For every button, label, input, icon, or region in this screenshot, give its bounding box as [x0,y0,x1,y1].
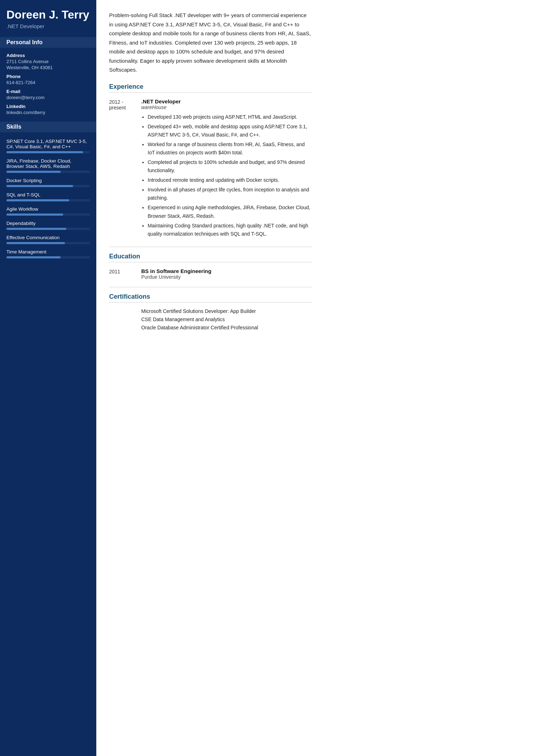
education-item: 2011 BS in Software Engineering Purdue U… [109,268,312,280]
skill-bar-bg [6,256,90,258]
skill-bar-fill [6,185,73,187]
phone-label: Phone [6,74,90,79]
skills-section-title: Skills [0,122,96,132]
experience-item: 2012 - present .NET Developer wareHouse … [109,98,312,240]
edu-degree: BS in Software Engineering [141,268,212,274]
cert-item: CSE Data Management and Analytics [141,317,312,322]
exp-job-title: .NET Developer [141,98,312,104]
bullet-item: Completed all projects to 100% schedule … [148,158,312,175]
skill-bar-fill [6,214,63,216]
skill-bar-bg [6,242,90,244]
skill-bar-fill [6,151,83,153]
skill-item: SP.NET Core 3.1, ASP.NET MVC 3-5, C#, Vi… [6,139,90,153]
skill-name: Agile Workflow [6,206,90,212]
certifications-section: Microsoft Certified Solutions Developer:… [109,308,312,330]
contact-block: Address 2711 Collins Avenue Westerville,… [6,53,90,115]
edu-date: 2011 [109,268,141,280]
exp-content: .NET Developer wareHouse Developed 130 w… [141,98,312,240]
personal-info-section-title: Personal Info [0,37,96,48]
skill-bar-fill [6,171,61,173]
certifications-list: Microsoft Certified Solutions Developer:… [109,308,312,330]
address-label: Address [6,53,90,58]
bullet-item: Developed 130 web projects using ASP.NET… [148,113,312,121]
exp-company: wareHouse [141,104,312,110]
skill-bar-bg [6,171,90,173]
skill-name: Docker Scripting [6,178,90,183]
exp-date: 2012 - present [109,98,141,240]
linkedin-value: linkedin.com/dterry [6,110,90,115]
skill-name: Time Management [6,249,90,254]
skill-name: Dependability [6,221,90,226]
edu-school: Purdue University [141,274,212,280]
bullet-item: Introduced remote testing and updating w… [148,176,312,184]
bullet-item: Experienced in using Agile methodologies… [148,204,312,220]
address-line1: 2711 Collins Avenue [6,59,90,64]
skill-bar-fill [6,242,65,244]
skill-bar-bg [6,214,90,216]
bullet-item: Developed 43+ web, mobile and desktop ap… [148,123,312,139]
skill-item: SQL and T-SQL [6,192,90,201]
skill-item: Time Management [6,249,90,258]
email-label: E-mail [6,89,90,94]
cert-item: Oracle Database Administrator Certified … [141,325,312,330]
skill-name: SP.NET Core 3.1, ASP.NET MVC 3-5, C#, Vi… [6,139,90,149]
sidebar: Doreen J. Terry .NET Developer Personal … [0,0,96,756]
skill-item: Effective Communication [6,235,90,244]
education-section: 2011 BS in Software Engineering Purdue U… [109,268,312,280]
skill-item: JIRA, Firebase, Docker Cloud, Browser St… [6,158,90,173]
skill-bar-fill [6,228,66,230]
linkedin-label: LinkedIn [6,104,90,109]
phone-value: 614-821-7264 [6,80,90,85]
email-value: doreen@terry.com [6,95,90,100]
education-section-title: Education [109,253,312,262]
bullet-item: Involved in all phases of project life c… [148,186,312,202]
skill-bar-bg [6,228,90,230]
experience-section-title: Experience [109,83,312,93]
candidate-title: .NET Developer [6,23,90,29]
skill-name: JIRA, Firebase, Docker Cloud, Browser St… [6,158,90,169]
skill-name: Effective Communication [6,235,90,240]
cert-item: Microsoft Certified Solutions Developer:… [141,308,312,314]
address-line2: Westerville, OH 43081 [6,65,90,70]
skill-item: Agile Workflow [6,206,90,216]
skill-bar-bg [6,185,90,187]
skill-bar-bg [6,151,90,153]
bullet-item: Worked for a range of business clients f… [148,140,312,157]
skills-list: SP.NET Core 3.1, ASP.NET MVC 3-5, C#, Vi… [6,139,90,258]
skill-bar-fill [6,199,69,201]
skill-bar-bg [6,199,90,201]
candidate-name: Doreen J. Terry [6,9,90,21]
skill-item: Dependability [6,221,90,230]
skill-item: Docker Scripting [6,178,90,187]
skill-bar-fill [6,256,61,258]
summary-text: Problem-solving Full Stack .NET develope… [109,11,312,74]
main-content: Problem-solving Full Stack .NET develope… [96,0,325,756]
experience-section: 2012 - present .NET Developer wareHouse … [109,98,312,240]
edu-content: BS in Software Engineering Purdue Univer… [141,268,212,280]
exp-bullets: Developed 130 web projects using ASP.NET… [141,113,312,238]
certifications-section-title: Certifications [109,293,312,303]
skill-name: SQL and T-SQL [6,192,90,197]
bullet-item: Maintaining Coding Standard practices, h… [148,222,312,238]
